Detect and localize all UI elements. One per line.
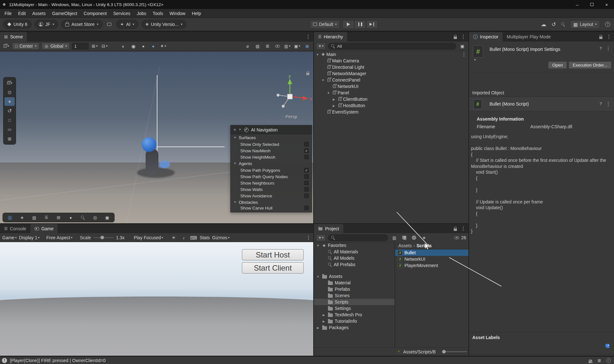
tab-project[interactable]: Project <box>314 224 343 233</box>
foldout-icon[interactable]: ▼ <box>326 91 331 95</box>
foldout-icon[interactable] <box>239 128 242 131</box>
menu-help[interactable]: Help <box>188 9 204 18</box>
hierarchy-item-main[interactable]: ▼Main <box>314 51 468 58</box>
menu-tools[interactable]: Tools <box>149 9 166 18</box>
foldout-icon[interactable]: ▶ <box>322 313 326 317</box>
search-by-type-button[interactable] <box>390 234 398 241</box>
checkbox[interactable]: ✓ <box>304 148 309 153</box>
favorite-all-prefabs[interactable]: All Prefabs <box>314 261 395 268</box>
layout-dropdown[interactable]: Layout <box>570 20 600 29</box>
folder-textmesh-pro[interactable]: ▶TextMesh Pro <box>314 312 395 318</box>
execution-order-button[interactable]: Execution Order... <box>569 61 611 69</box>
pause-button[interactable] <box>354 20 366 29</box>
scene-viewport[interactable]: y x ‹Persp AI Navigation Surfaces Show <box>0 52 313 223</box>
search-input[interactable] <box>337 44 453 49</box>
open-button[interactable]: Open <box>548 61 567 69</box>
hierarchy-item-eventsystem[interactable]: EventSystem <box>314 109 468 115</box>
axis-overlay-button[interactable] <box>89 213 101 222</box>
help-icon[interactable] <box>600 46 602 51</box>
slider-knob[interactable] <box>100 236 104 239</box>
play-mode-dropdown[interactable]: Default <box>310 20 340 29</box>
close-button[interactable]: × <box>599 0 614 9</box>
breadcrumb-assets[interactable]: Assets <box>398 243 412 248</box>
favorites-root[interactable]: ▼Favorites <box>314 242 395 249</box>
step-button[interactable] <box>366 20 378 29</box>
folder-tutorialinfo[interactable]: ▶TutorialInfo <box>314 318 395 324</box>
hierarchy-item-connectpanel[interactable]: ▼ConnectPanel <box>314 77 468 83</box>
maximize-button[interactable] <box>585 0 599 9</box>
kebab-menu-icon[interactable] <box>606 46 611 51</box>
file-playermovement[interactable]: PlayerMovement <box>395 262 468 269</box>
toggle-show-path-polygons[interactable]: Show Path Polygons✓ <box>231 167 312 173</box>
game-viewport[interactable]: Start Host Start Client <box>0 242 313 356</box>
hierarchy-item-directional-light[interactable]: Directional Light <box>314 64 468 70</box>
scene-lighting-toggle[interactable] <box>120 42 127 50</box>
scene-view-globe-button[interactable] <box>303 42 311 50</box>
orientation-dropdown[interactable]: Global <box>42 43 70 50</box>
menu-window[interactable]: Window <box>166 9 189 18</box>
zoom-overlay-button[interactable] <box>77 213 89 222</box>
cache-status-icon[interactable] <box>606 358 611 363</box>
toggle-show-neighbours[interactable]: Show Neighbours <box>231 180 312 186</box>
help-icon[interactable] <box>605 22 610 27</box>
grid-snap-dropdown[interactable] <box>91 42 99 50</box>
player-capsule[interactable] <box>146 148 158 175</box>
scale-tool[interactable] <box>4 116 15 124</box>
favorite-all-models[interactable]: All Models <box>314 255 395 261</box>
slider-knob[interactable] <box>442 350 446 353</box>
lock-icon[interactable] <box>454 228 457 231</box>
lock-icon[interactable] <box>306 73 309 75</box>
folder-scripts[interactable]: Scripts <box>314 299 395 305</box>
hierarchy-item-main-camera[interactable]: Main Camera <box>314 58 468 64</box>
foldout-icon[interactable]: ▶ <box>316 326 320 329</box>
search-icon[interactable] <box>561 22 565 26</box>
grid-size-input[interactable] <box>72 43 89 50</box>
snap-increment-dropdown[interactable] <box>101 42 108 50</box>
menu-gameobject[interactable]: GameObject <box>49 9 81 18</box>
toggle-show-only-selected[interactable]: Show Only Selected <box>231 141 312 147</box>
preview-packages-button[interactable] <box>106 20 113 28</box>
toggle-show-carve-hull[interactable]: Show Carve Hull <box>231 206 312 212</box>
kebab-menu-icon[interactable] <box>306 235 311 240</box>
scale-slider[interactable] <box>93 237 114 238</box>
file-networkui[interactable]: NetworkUI <box>395 256 468 262</box>
checkbox[interactable] <box>304 142 309 146</box>
metrics-button[interactable] <box>190 234 197 241</box>
status-bar[interactable]: [Player(Clone)] FIRE pressed | OwnerClie… <box>0 356 614 364</box>
overlay-stack-button[interactable] <box>264 42 271 50</box>
tab-console[interactable]: Console <box>0 224 30 233</box>
skybox-toggle[interactable] <box>149 42 157 50</box>
version-control-menu[interactable]: Unity Versio... <box>141 20 187 29</box>
tab-multiplayer-play-mode[interactable]: Multiplayer Play Mode <box>503 32 555 42</box>
projection-label[interactable]: ‹Persp <box>267 114 312 119</box>
lock-icon[interactable] <box>599 36 602 39</box>
rotate-tool[interactable] <box>4 107 15 115</box>
hierarchy-item-panel[interactable]: ▼Panel <box>314 90 468 96</box>
kebab-menu-icon[interactable] <box>306 34 311 39</box>
foldout-icon[interactable] <box>234 201 236 204</box>
toggle-show-path-query-nodes[interactable]: Show Path Query Nodes <box>231 173 312 180</box>
start-host-button[interactable]: Start Host <box>242 249 304 260</box>
menu-file[interactable]: File <box>1 9 15 18</box>
kebab-menu-icon[interactable] <box>606 34 611 39</box>
folder-prefabs[interactable]: Prefabs <box>314 286 395 292</box>
checkbox[interactable] <box>304 181 309 185</box>
thumbnail-size-slider[interactable] <box>442 351 467 352</box>
tool-settings-overlay-button[interactable] <box>41 213 52 222</box>
foldout-icon[interactable]: ▶ <box>331 98 336 101</box>
transform-overlay-button[interactable] <box>16 213 28 222</box>
ai-navigation-overlay-button[interactable] <box>4 213 16 222</box>
camera-overlay-button[interactable] <box>101 213 113 222</box>
foldout-icon[interactable]: ▼ <box>315 53 320 56</box>
checkbox[interactable] <box>304 174 309 179</box>
lock-icon[interactable] <box>454 36 457 39</box>
foldout-icon[interactable] <box>234 136 236 139</box>
asset-store-button[interactable]: Asset Store <box>61 20 102 29</box>
hidden-objects-toggle[interactable] <box>244 42 251 50</box>
toggle-show-avoidance[interactable]: Show Avoidance <box>231 193 312 199</box>
menu-jobs[interactable]: Jobs <box>133 9 149 18</box>
mute-audio-toggle[interactable] <box>180 234 187 241</box>
particles-overlay-button[interactable] <box>65 213 76 222</box>
hierarchy-item-networkmanager[interactable]: NetworkManager <box>314 70 468 77</box>
kebab-menu-icon[interactable] <box>461 226 466 231</box>
